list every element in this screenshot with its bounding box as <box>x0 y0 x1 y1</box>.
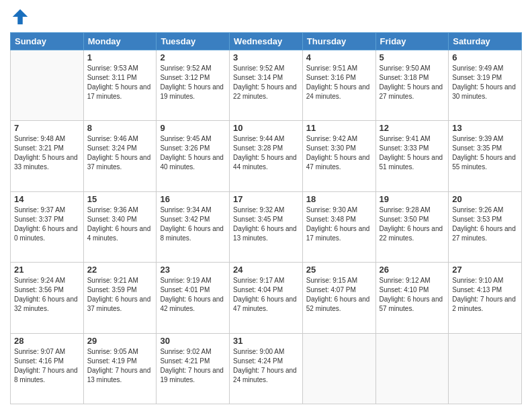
day-number: 25 <box>306 265 372 275</box>
calendar-cell: 25Sunrise: 9:15 AMSunset: 4:07 PMDayligh… <box>302 263 375 333</box>
day-info: Sunrise: 9:52 AMSunset: 3:12 PMDaylight:… <box>160 64 226 101</box>
day-number: 31 <box>233 336 299 346</box>
sunset-text: Sunset: 4:24 PM <box>233 357 283 365</box>
day-info: Sunrise: 9:32 AMSunset: 3:45 PMDaylight:… <box>233 205 299 243</box>
day-number: 6 <box>452 52 518 62</box>
svg-marker-0 <box>13 9 28 25</box>
sunrise-text: Sunrise: 9:44 AM <box>233 135 284 142</box>
sunrise-text: Sunrise: 9:50 AM <box>380 64 431 72</box>
col-sunday: Sunday <box>11 33 84 50</box>
sunrise-text: Sunrise: 9:37 AM <box>14 206 65 214</box>
day-info: Sunrise: 9:07 AMSunset: 4:16 PMDaylight:… <box>14 347 80 385</box>
logo <box>10 7 33 27</box>
sunrise-text: Sunrise: 9:05 AM <box>87 348 138 355</box>
calendar-cell: 1Sunrise: 9:53 AMSunset: 3:11 PMDaylight… <box>83 50 157 121</box>
day-number: 30 <box>160 336 226 346</box>
sunrise-text: Sunrise: 9:48 AM <box>14 135 65 142</box>
calendar-table: Sunday Monday Tuesday Wednesday Thursday… <box>10 32 522 404</box>
day-number: 10 <box>233 123 299 133</box>
day-number: 26 <box>380 265 445 275</box>
sunrise-text: Sunrise: 9:39 AM <box>452 135 503 142</box>
calendar-cell: 5Sunrise: 9:50 AMSunset: 3:18 PMDaylight… <box>375 50 449 121</box>
day-info: Sunrise: 9:12 AMSunset: 4:10 PMDaylight:… <box>380 276 445 314</box>
sunset-text: Sunset: 4:19 PM <box>87 357 137 365</box>
day-info: Sunrise: 9:00 AMSunset: 4:24 PMDaylight:… <box>233 347 299 385</box>
daylight-text: Daylight: 7 hours and 8 minutes. <box>14 367 78 383</box>
daylight-text: Daylight: 5 hours and 19 minutes. <box>160 83 224 100</box>
sunset-text: Sunset: 4:16 PM <box>14 357 64 365</box>
day-number: 4 <box>306 52 372 62</box>
day-info: Sunrise: 9:24 AMSunset: 3:56 PMDaylight:… <box>14 276 80 314</box>
sunrise-text: Sunrise: 9:30 AM <box>306 206 357 214</box>
sunrise-text: Sunrise: 9:10 AM <box>452 277 503 284</box>
daylight-text: Daylight: 6 hours and 0 minutes. <box>14 225 78 242</box>
day-info: Sunrise: 9:34 AMSunset: 3:42 PMDaylight:… <box>160 205 226 243</box>
day-info: Sunrise: 9:36 AMSunset: 3:40 PMDaylight:… <box>87 205 153 243</box>
header <box>10 7 522 27</box>
day-info: Sunrise: 9:51 AMSunset: 3:16 PMDaylight:… <box>306 64 372 101</box>
sunrise-text: Sunrise: 9:46 AM <box>87 135 138 142</box>
day-number: 3 <box>233 52 299 62</box>
daylight-text: Daylight: 6 hours and 37 minutes. <box>87 295 151 312</box>
day-number: 21 <box>14 265 80 275</box>
sunset-text: Sunset: 3:30 PM <box>306 144 356 152</box>
daylight-text: Daylight: 5 hours and 44 minutes. <box>233 154 297 171</box>
col-saturday: Saturday <box>449 33 522 50</box>
daylight-text: Daylight: 7 hours and 2 minutes. <box>452 295 516 312</box>
calendar-cell: 6Sunrise: 9:49 AMSunset: 3:19 PMDaylight… <box>449 50 522 121</box>
day-number: 28 <box>14 336 80 346</box>
sunrise-text: Sunrise: 9:19 AM <box>160 277 211 284</box>
day-number: 11 <box>306 123 372 133</box>
sunset-text: Sunset: 3:21 PM <box>14 144 64 152</box>
calendar-week-row: 14Sunrise: 9:37 AMSunset: 3:37 PMDayligh… <box>11 191 522 262</box>
daylight-text: Daylight: 6 hours and 17 minutes. <box>306 225 370 242</box>
daylight-text: Daylight: 7 hours and 19 minutes. <box>160 367 224 383</box>
sunset-text: Sunset: 3:18 PM <box>380 74 429 81</box>
sunrise-text: Sunrise: 9:00 AM <box>233 348 284 355</box>
daylight-text: Daylight: 5 hours and 40 minutes. <box>160 154 224 171</box>
day-number: 13 <box>452 123 518 133</box>
calendar-week-row: 7Sunrise: 9:48 AMSunset: 3:21 PMDaylight… <box>11 121 522 191</box>
sunset-text: Sunset: 4:04 PM <box>233 286 283 293</box>
daylight-text: Daylight: 5 hours and 24 minutes. <box>306 83 370 100</box>
calendar-cell: 22Sunrise: 9:21 AMSunset: 3:59 PMDayligh… <box>83 263 157 333</box>
daylight-text: Daylight: 5 hours and 47 minutes. <box>306 154 370 171</box>
calendar-cell: 3Sunrise: 9:52 AMSunset: 3:14 PMDaylight… <box>230 50 303 121</box>
sunrise-text: Sunrise: 9:34 AM <box>160 206 211 214</box>
sunset-text: Sunset: 3:40 PM <box>87 216 137 223</box>
sunrise-text: Sunrise: 9:49 AM <box>452 64 503 72</box>
sunrise-text: Sunrise: 9:45 AM <box>160 135 211 142</box>
calendar-cell: 20Sunrise: 9:26 AMSunset: 3:53 PMDayligh… <box>449 191 522 262</box>
col-tuesday: Tuesday <box>157 33 230 50</box>
calendar-cell <box>449 333 522 404</box>
day-number: 20 <box>452 194 518 204</box>
calendar-header-row: Sunday Monday Tuesday Wednesday Thursday… <box>11 33 522 50</box>
day-info: Sunrise: 9:26 AMSunset: 3:53 PMDaylight:… <box>452 205 518 243</box>
day-number: 7 <box>14 123 80 133</box>
sunrise-text: Sunrise: 9:26 AM <box>452 206 503 214</box>
day-number: 1 <box>87 52 153 62</box>
day-info: Sunrise: 9:45 AMSunset: 3:26 PMDaylight:… <box>160 134 226 172</box>
calendar-cell: 17Sunrise: 9:32 AMSunset: 3:45 PMDayligh… <box>230 191 303 262</box>
daylight-text: Daylight: 6 hours and 42 minutes. <box>160 295 224 312</box>
day-info: Sunrise: 9:42 AMSunset: 3:30 PMDaylight:… <box>306 134 372 172</box>
sunset-text: Sunset: 3:50 PM <box>380 216 429 223</box>
daylight-text: Daylight: 6 hours and 47 minutes. <box>233 295 297 312</box>
sunset-text: Sunset: 3:42 PM <box>160 216 210 223</box>
calendar-cell: 13Sunrise: 9:39 AMSunset: 3:35 PMDayligh… <box>449 121 522 191</box>
calendar-cell: 31Sunrise: 9:00 AMSunset: 4:24 PMDayligh… <box>230 333 303 404</box>
calendar-week-row: 28Sunrise: 9:07 AMSunset: 4:16 PMDayligh… <box>11 333 522 404</box>
day-info: Sunrise: 9:39 AMSunset: 3:35 PMDaylight:… <box>452 134 518 172</box>
sunrise-text: Sunrise: 9:17 AM <box>233 277 284 284</box>
calendar-cell <box>302 333 375 404</box>
daylight-text: Daylight: 5 hours and 33 minutes. <box>14 154 78 171</box>
calendar-cell: 8Sunrise: 9:46 AMSunset: 3:24 PMDaylight… <box>83 121 157 191</box>
calendar-cell: 30Sunrise: 9:02 AMSunset: 4:21 PMDayligh… <box>157 333 230 404</box>
sunrise-text: Sunrise: 9:41 AM <box>380 135 431 142</box>
daylight-text: Daylight: 6 hours and 4 minutes. <box>87 225 151 242</box>
calendar-cell: 16Sunrise: 9:34 AMSunset: 3:42 PMDayligh… <box>157 191 230 262</box>
sunset-text: Sunset: 4:21 PM <box>160 357 210 365</box>
calendar-week-row: 1Sunrise: 9:53 AMSunset: 3:11 PMDaylight… <box>11 50 522 121</box>
day-info: Sunrise: 9:10 AMSunset: 4:13 PMDaylight:… <box>452 276 518 314</box>
sunrise-text: Sunrise: 9:52 AM <box>233 64 284 72</box>
